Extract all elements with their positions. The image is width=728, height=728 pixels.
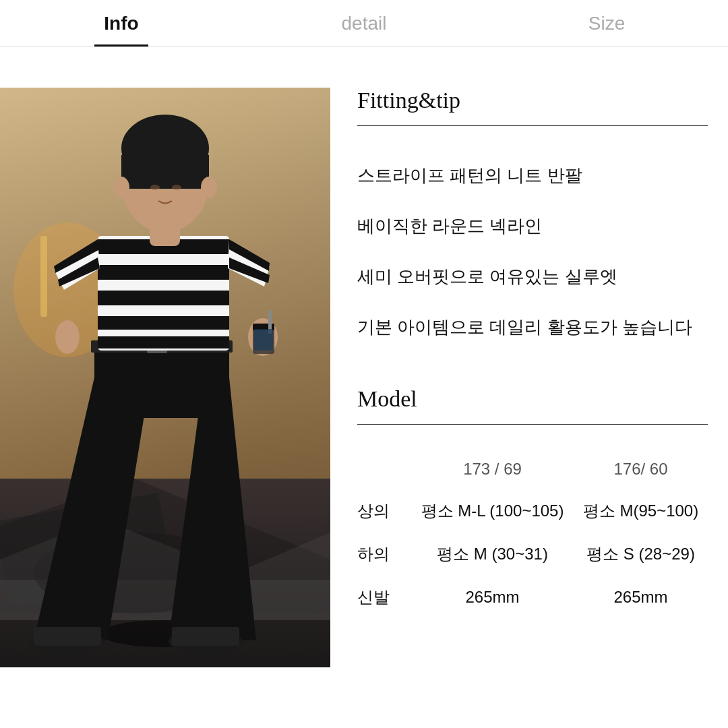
row-val-top-2: 평소 M(95~100) (574, 489, 708, 533)
svg-rect-10 (40, 236, 47, 317)
row-val-shoe-2: 265mm (574, 576, 708, 619)
fitting-point-2: 베이직한 라운드 넥라인 (357, 201, 708, 251)
svg-point-35 (55, 320, 80, 354)
tab-detail-label: detail (342, 13, 387, 34)
table-row: 상의 평소 M-L (100~105) 평소 M(95~100) (357, 489, 708, 533)
svg-rect-37 (34, 627, 101, 646)
row-val-bottom-1: 평소 M (30~31) (411, 533, 574, 576)
svg-point-27 (201, 177, 217, 198)
svg-rect-39 (172, 627, 239, 646)
tab-size-label: Size (588, 13, 625, 34)
tab-info-label: Info (104, 13, 138, 34)
fitting-list: 스트라이프 패턴의 니트 반팔 베이직한 라운드 넥라인 세미 오버핏으로 여유… (357, 150, 708, 353)
fitting-point-3: 세미 오버핏으로 여유있는 실루엣 (357, 251, 708, 302)
col-empty (357, 449, 411, 489)
photo-area (0, 88, 330, 667)
tab-bar: Info detail Size (0, 0, 728, 47)
fitting-point-4: 기본 아이템으로 데일리 활용도가 높습니다 (357, 302, 708, 353)
product-photo (0, 88, 330, 667)
svg-point-29 (172, 185, 181, 190)
model-table: 173 / 69 176/ 60 상의 평소 M-L (100~105) 평소 … (357, 449, 708, 619)
info-area: Fitting&tip 스트라이프 패턴의 니트 반팔 베이직한 라운드 넥라인… (330, 88, 708, 667)
svg-rect-18 (98, 265, 229, 280)
svg-rect-34 (254, 329, 273, 351)
row-label-shoe: 신발 (357, 576, 411, 619)
svg-rect-25 (121, 155, 209, 189)
svg-point-28 (150, 185, 160, 190)
fitting-point-1: 스트라이프 패턴의 니트 반팔 (357, 150, 708, 201)
model-title: Model (357, 386, 708, 412)
col-model-1: 173 / 69 (411, 449, 574, 489)
svg-rect-19 (98, 291, 229, 305)
fitting-section: Fitting&tip 스트라이프 패턴의 니트 반팔 베이직한 라운드 넥라인… (357, 88, 708, 353)
model-divider (357, 424, 708, 425)
row-label-top: 상의 (357, 489, 411, 533)
fitting-divider (357, 125, 708, 126)
fitting-title: Fitting&tip (357, 88, 708, 113)
model-section: Model 173 / 69 176/ 60 상의 평소 M-L (100~10… (357, 386, 708, 619)
tab-info[interactable]: Info (0, 0, 243, 47)
row-val-top-1: 평소 M-L (100~105) (411, 489, 574, 533)
tab-detail[interactable]: detail (243, 0, 485, 47)
row-label-bottom: 하의 (357, 533, 411, 576)
row-val-shoe-1: 265mm (411, 576, 574, 619)
svg-point-26 (113, 177, 129, 198)
table-row: 하의 평소 M (30~31) 평소 S (28~29) (357, 533, 708, 576)
col-model-2: 176/ 60 (574, 449, 708, 489)
svg-rect-21 (98, 336, 229, 348)
main-content: Fitting&tip 스트라이프 패턴의 니트 반팔 베이직한 라운드 넥라인… (0, 47, 728, 708)
table-row: 신발 265mm 265mm (357, 576, 708, 619)
svg-rect-12 (94, 344, 229, 418)
row-val-bottom-2: 평소 S (28~29) (574, 533, 708, 576)
tab-size[interactable]: Size (485, 0, 728, 47)
svg-rect-20 (98, 316, 229, 330)
